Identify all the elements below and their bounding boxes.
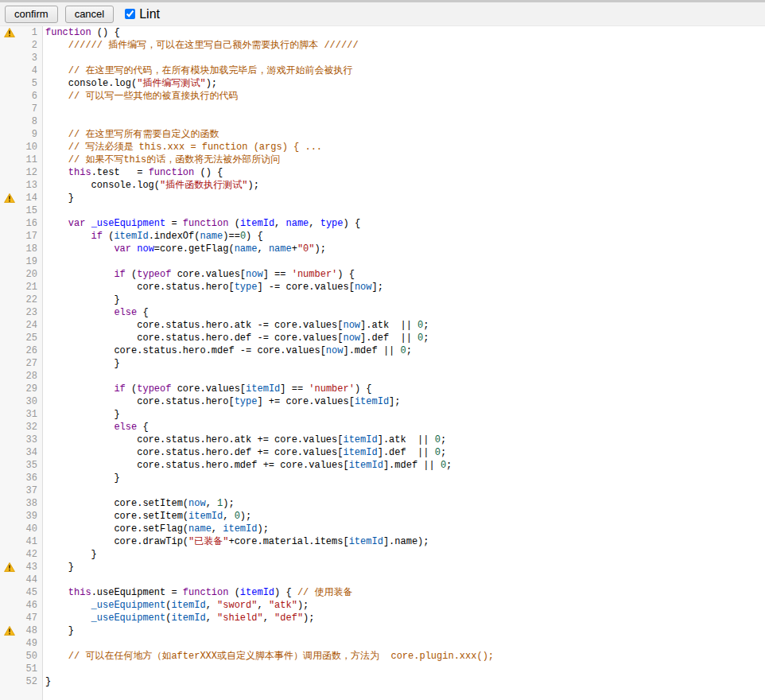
code-editor[interactable]: 1function () {2 ////// 插件编写，可以在这里写自己额外需要… xyxy=(0,26,765,700)
code-text[interactable]: console.log("插件编写测试"); xyxy=(43,77,217,90)
code-text[interactable]: } xyxy=(43,192,74,204)
code-line[interactable]: 21 core.status.hero[type] -= core.values… xyxy=(0,281,765,294)
code-text[interactable]: if (itemId.indexOf(name)==0) { xyxy=(43,230,263,243)
code-line[interactable]: 7 xyxy=(0,103,765,115)
lint-warning-icon[interactable] xyxy=(0,561,20,574)
code-line[interactable]: 10 // 写法必须是 this.xxx = function (args) {… xyxy=(0,141,765,154)
code-line[interactable]: 8 xyxy=(0,115,765,128)
code-line[interactable]: 44 xyxy=(0,574,765,586)
code-text[interactable]: } xyxy=(43,294,120,306)
code-text[interactable]: var _useEquipment = function (itemId, na… xyxy=(43,217,360,230)
code-line[interactable]: 14 } xyxy=(0,192,765,204)
code-text[interactable]: // 可以写一些其他的被直接执行的代码 xyxy=(43,90,238,103)
code-line[interactable]: 43 } xyxy=(0,561,765,574)
lint-warning-icon[interactable] xyxy=(0,26,20,39)
code-line[interactable]: 9 // 在这里写所有需要自定义的函数 xyxy=(0,128,765,141)
code-text[interactable]: // 如果不写this的话，函数将无法被外部所访问 xyxy=(43,154,280,166)
code-text[interactable]: } xyxy=(43,548,97,561)
code-line[interactable]: 37 xyxy=(0,484,765,497)
code-line[interactable]: 33 core.status.hero.atk += core.values[i… xyxy=(0,434,765,446)
code-line[interactable]: 24 core.status.hero.atk -= core.values[n… xyxy=(0,319,765,332)
code-line[interactable]: 26 core.status.hero.mdef -= core.values[… xyxy=(0,344,765,357)
code-line[interactable]: 23 else { xyxy=(0,306,765,319)
code-text[interactable]: // 在这里写的代码，在所有模块加载完毕后，游戏开始前会被执行 xyxy=(43,64,352,77)
code-line[interactable]: 39 core.setItem(itemId, 0); xyxy=(0,510,765,523)
code-text[interactable]: _useEquipment(itemId, "shield", "def"); xyxy=(43,612,315,624)
code-line[interactable]: 35 core.status.hero.mdef += core.values[… xyxy=(0,459,765,472)
code-text[interactable]: // 写法必须是 this.xxx = function (args) { ..… xyxy=(43,141,322,154)
code-text[interactable]: } xyxy=(43,561,74,574)
code-text[interactable]: // 在这里写所有需要自定义的函数 xyxy=(43,128,219,141)
code-line[interactable]: 3 xyxy=(0,52,765,64)
lint-checkbox[interactable] xyxy=(125,9,135,19)
code-line[interactable]: 49 xyxy=(0,637,765,650)
code-line[interactable]: 41 core.drawTip("已装备"+core.material.item… xyxy=(0,535,765,548)
code-line[interactable]: 40 core.setFlag(name, itemId); xyxy=(0,523,765,535)
code-line[interactable]: 12 this.test = function () { xyxy=(0,166,765,179)
code-text[interactable]: else { xyxy=(43,306,149,319)
code-text[interactable]: core.status.hero[type] -= core.values[no… xyxy=(43,281,383,294)
code-text[interactable]: core.status.hero.mdef += core.values[ite… xyxy=(43,459,452,472)
code-text[interactable]: console.log("插件函数执行测试"); xyxy=(43,179,259,192)
code-text[interactable]: } xyxy=(43,624,74,637)
code-line[interactable]: 18 var now=core.getFlag(name, name+"0"); xyxy=(0,243,765,255)
code-text[interactable]: this.useEquipment = function (itemId) { … xyxy=(43,586,353,599)
lint-warning-icon[interactable] xyxy=(0,624,20,637)
code-text[interactable]: this.test = function () { xyxy=(43,166,223,179)
code-line[interactable]: 29 if (typeof core.values[itemId] == 'nu… xyxy=(0,383,765,395)
code-line[interactable]: 38 core.setItem(now, 1); xyxy=(0,497,765,510)
code-line[interactable]: 30 core.status.hero[type] += core.values… xyxy=(0,395,765,408)
code-line[interactable]: 11 // 如果不写this的话，函数将无法被外部所访问 xyxy=(0,154,765,166)
code-text[interactable]: var now=core.getFlag(name, name+"0"); xyxy=(43,243,326,255)
code-line[interactable]: 4 // 在这里写的代码，在所有模块加载完毕后，游戏开始前会被执行 xyxy=(0,64,765,77)
code-text[interactable]: _useEquipment(itemId, "sword", "atk"); xyxy=(43,599,309,612)
code-text[interactable]: core.status.hero.def -= core.values[now]… xyxy=(43,332,429,344)
code-text[interactable]: ////// 插件编写，可以在这里写自己额外需要执行的脚本 ////// xyxy=(43,39,359,52)
code-text[interactable]: core.status.hero.def += core.values[item… xyxy=(43,446,446,459)
code-text[interactable]: } xyxy=(43,675,51,688)
code-line[interactable]: 1function () { xyxy=(0,26,765,39)
code-line[interactable]: 50 // 可以在任何地方（如afterXXX或自定义脚本事件）调用函数，方法为… xyxy=(0,650,765,663)
code-text[interactable]: core.status.hero[type] += core.values[it… xyxy=(43,395,401,408)
code-text[interactable]: // 可以在任何地方（如afterXXX或自定义脚本事件）调用函数，方法为 co… xyxy=(43,650,494,663)
code-line[interactable]: 42 } xyxy=(0,548,765,561)
code-text[interactable]: core.setItem(itemId, 0); xyxy=(43,510,251,523)
code-line[interactable]: 13 console.log("插件函数执行测试"); xyxy=(0,179,765,192)
lint-warning-icon[interactable] xyxy=(0,192,20,204)
code-line[interactable]: 20 if (typeof core.values[now] == 'numbe… xyxy=(0,268,765,281)
code-text[interactable]: } xyxy=(43,472,120,484)
code-line[interactable]: 19 xyxy=(0,255,765,268)
code-text[interactable]: core.setFlag(name, itemId); xyxy=(43,523,269,535)
code-line[interactable]: 6 // 可以写一些其他的被直接执行的代码 xyxy=(0,90,765,103)
code-line[interactable]: 46 _useEquipment(itemId, "sword", "atk")… xyxy=(0,599,765,612)
code-text[interactable]: if (typeof core.values[itemId] == 'numbe… xyxy=(43,383,372,395)
code-line[interactable]: 32 else { xyxy=(0,421,765,434)
code-text[interactable]: if (typeof core.values[now] == 'number')… xyxy=(43,268,355,281)
code-line[interactable]: 52} xyxy=(0,675,765,688)
code-line[interactable]: 45 this.useEquipment = function (itemId)… xyxy=(0,586,765,599)
code-line[interactable]: 27 } xyxy=(0,357,765,370)
code-line[interactable]: 34 core.status.hero.def += core.values[i… xyxy=(0,446,765,459)
cancel-button[interactable]: cancel xyxy=(65,6,115,23)
code-text[interactable]: function () { xyxy=(43,26,120,39)
code-text[interactable]: core.status.hero.mdef -= core.values[now… xyxy=(43,344,412,357)
code-line[interactable]: 17 if (itemId.indexOf(name)==0) { xyxy=(0,230,765,243)
code-text[interactable]: } xyxy=(43,357,120,370)
code-line[interactable]: 47 _useEquipment(itemId, "shield", "def"… xyxy=(0,612,765,624)
code-line[interactable]: 16 var _useEquipment = function (itemId,… xyxy=(0,217,765,230)
code-line[interactable]: 48 } xyxy=(0,624,765,637)
code-line[interactable]: 36 } xyxy=(0,472,765,484)
code-line[interactable]: 22 } xyxy=(0,294,765,306)
code-text[interactable]: core.drawTip("已装备"+core.material.items[i… xyxy=(43,535,429,548)
code-text[interactable]: } xyxy=(43,408,120,421)
confirm-button[interactable]: confirm xyxy=(5,6,58,23)
code-line[interactable]: 51 xyxy=(0,663,765,675)
code-text[interactable]: core.setItem(now, 1); xyxy=(43,497,235,510)
code-text[interactable]: core.status.hero.atk -= core.values[now]… xyxy=(43,319,429,332)
code-line[interactable]: 2 ////// 插件编写，可以在这里写自己额外需要执行的脚本 ////// xyxy=(0,39,765,52)
code-line[interactable]: 31 } xyxy=(0,408,765,421)
code-line[interactable]: 15 xyxy=(0,204,765,217)
code-text[interactable]: core.status.hero.atk += core.values[item… xyxy=(43,434,446,446)
code-line[interactable]: 28 xyxy=(0,370,765,383)
code-line[interactable]: 25 core.status.hero.def -= core.values[n… xyxy=(0,332,765,344)
